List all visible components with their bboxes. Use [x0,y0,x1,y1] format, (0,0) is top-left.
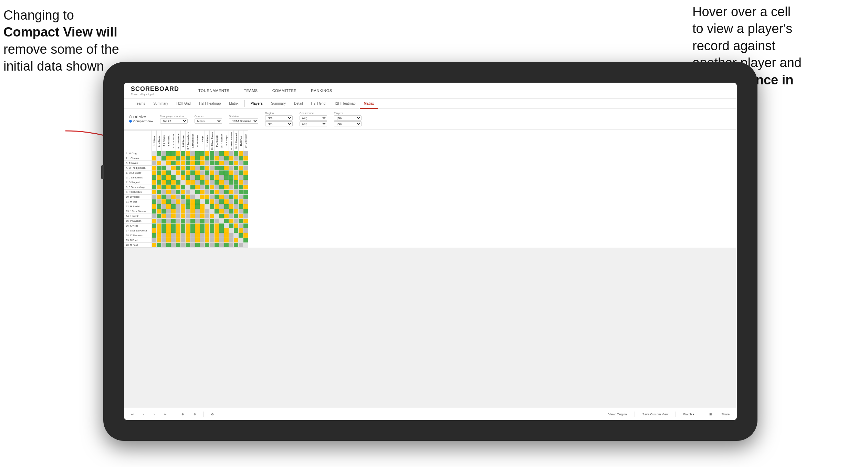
matrix-cell[interactable] [215,209,219,214]
matrix-cell[interactable] [234,151,239,156]
matrix-cell[interactable] [176,204,181,209]
matrix-cell[interactable] [176,219,181,224]
matrix-cell[interactable] [181,185,186,190]
matrix-cell[interactable] [157,228,161,233]
matrix-cell[interactable] [224,224,229,228]
matrix-cell[interactable] [171,180,176,185]
players-select2[interactable]: (All) [334,121,362,126]
matrix-cell[interactable] [229,228,234,233]
matrix-cell[interactable] [234,228,239,233]
matrix-cell[interactable] [229,233,234,238]
matrix-cell[interactable] [181,170,186,175]
matrix-cell[interactable] [224,156,229,161]
matrix-cell[interactable] [224,190,229,195]
redo-button[interactable]: ↪ [162,412,169,417]
matrix-cell[interactable] [239,175,243,180]
matrix-cell[interactable] [205,180,210,185]
matrix-cell[interactable] [210,219,215,224]
matrix-cell[interactable] [243,161,248,166]
matrix-cell[interactable] [161,204,166,209]
matrix-cell[interactable] [210,170,215,175]
matrix-cell[interactable] [243,185,248,190]
matrix-cell[interactable] [186,170,190,175]
matrix-cell[interactable] [243,190,248,195]
matrix-cell[interactable] [176,166,181,170]
matrix-cell[interactable] [215,204,219,209]
compact-view-radio[interactable]: Compact View [129,120,153,123]
tab-h2h-grid2[interactable]: H2H Grid [307,99,330,109]
matrix-cell[interactable] [152,238,157,243]
matrix-cell[interactable] [234,161,239,166]
matrix-cell[interactable] [224,175,229,180]
matrix-cell[interactable] [210,166,215,170]
matrix-cell[interactable] [186,156,190,161]
nav-tournaments[interactable]: TOURNAMENTS [196,87,231,94]
matrix-cell[interactable] [171,204,176,209]
matrix-cell[interactable] [205,195,210,199]
nav-committee[interactable]: COMMITTEE [270,87,299,94]
matrix-cell[interactable] [161,151,166,156]
matrix-cell[interactable] [215,219,219,224]
matrix-cell[interactable] [190,180,195,185]
matrix-cell[interactable] [157,233,161,238]
matrix-cell[interactable] [234,243,239,248]
matrix-cell[interactable] [166,180,171,185]
matrix-cell[interactable] [243,195,248,199]
matrix-cell[interactable] [210,238,215,243]
matrix-cell[interactable] [152,161,157,166]
matrix-cell[interactable] [243,156,248,161]
matrix-cell[interactable] [200,238,205,243]
matrix-cell[interactable] [239,219,243,224]
matrix-cell[interactable] [171,238,176,243]
nav-teams[interactable]: TEAMS [242,87,260,94]
matrix-cell[interactable] [157,166,161,170]
matrix-cell[interactable] [219,156,224,161]
matrix-cell[interactable] [195,185,200,190]
matrix-cell[interactable] [215,156,219,161]
matrix-cell[interactable] [243,170,248,175]
matrix-cell[interactable] [224,228,229,233]
matrix-cell[interactable] [186,214,190,219]
matrix-cell[interactable] [166,209,171,214]
zoom-button[interactable]: ⊕ [179,412,186,417]
matrix-cell[interactable] [219,175,224,180]
matrix-cell[interactable] [190,185,195,190]
matrix-cell[interactable] [229,195,234,199]
gender-select[interactable]: Men's [195,118,222,124]
matrix-cell[interactable] [229,175,234,180]
matrix-cell[interactable] [239,185,243,190]
division-select[interactable]: NCAA Division I [229,118,258,124]
matrix-cell[interactable] [229,180,234,185]
conference-select1[interactable]: (All) [300,115,327,121]
matrix-cell[interactable] [161,224,166,228]
matrix-cell[interactable] [190,238,195,243]
matrix-cell[interactable] [171,195,176,199]
matrix-cell[interactable] [157,151,161,156]
matrix-cell[interactable] [195,175,200,180]
matrix-cell[interactable] [152,204,157,209]
matrix-cell[interactable] [166,195,171,199]
tab-matrix1[interactable]: Matrix [225,99,242,109]
save-custom-button[interactable]: Save Custom View [640,412,670,417]
matrix-cell[interactable] [195,151,200,156]
matrix-cell[interactable] [161,214,166,219]
matrix-cell[interactable] [152,185,157,190]
matrix-cell[interactable] [243,175,248,180]
matrix-cell[interactable] [210,204,215,209]
matrix-cell[interactable] [186,199,190,204]
matrix-cell[interactable] [224,219,229,224]
matrix-cell[interactable] [161,190,166,195]
matrix-cell[interactable] [181,175,186,180]
matrix-cell[interactable] [219,233,224,238]
matrix-cell[interactable] [205,151,210,156]
matrix-container[interactable]: 1. W Ding 2. L Clanton 3. J Koivun 4. M … [124,130,737,248]
matrix-cell[interactable] [224,238,229,243]
matrix-cell[interactable] [190,166,195,170]
matrix-cell[interactable] [186,166,190,170]
matrix-cell[interactable] [195,238,200,243]
step-forward-button[interactable]: › [151,412,157,417]
matrix-cell[interactable] [195,228,200,233]
matrix-cell[interactable] [157,224,161,228]
matrix-cell[interactable] [239,156,243,161]
matrix-cell[interactable] [195,190,200,195]
